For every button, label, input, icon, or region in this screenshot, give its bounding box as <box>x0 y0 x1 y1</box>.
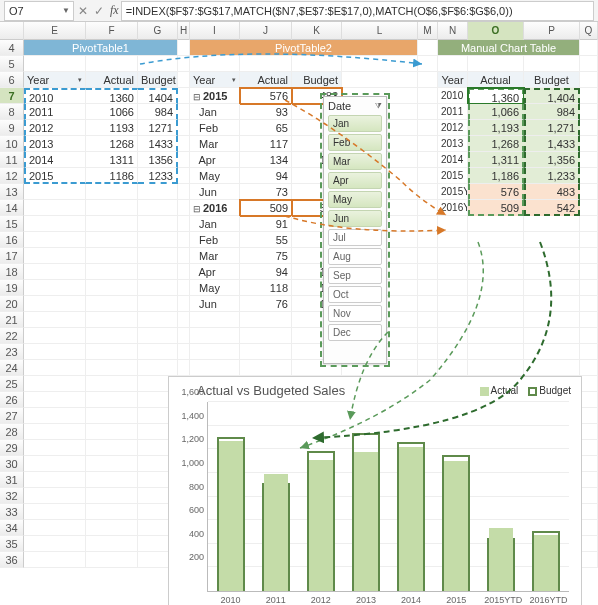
cell[interactable]: 2010 <box>438 88 468 104</box>
cell[interactable] <box>138 312 178 328</box>
slicer-item[interactable]: Feb <box>328 134 382 151</box>
cell[interactable]: 1,433 <box>524 136 580 152</box>
row-header[interactable]: 22 <box>0 328 24 344</box>
cell[interactable] <box>86 456 138 472</box>
cell[interactable] <box>86 328 138 344</box>
col-header[interactable] <box>0 22 24 40</box>
cell[interactable] <box>178 280 190 296</box>
slicer-item[interactable]: Apr <box>328 172 382 189</box>
cell[interactable]: ⊟2015 <box>190 88 240 104</box>
cell[interactable] <box>138 344 178 360</box>
col-header[interactable]: H <box>178 22 190 40</box>
cell[interactable] <box>580 232 598 248</box>
cell[interactable] <box>438 248 468 264</box>
cell[interactable] <box>86 408 138 424</box>
cell[interactable]: 94 <box>240 168 292 184</box>
cell[interactable]: 2015 <box>24 168 86 184</box>
slicer-filter-icon[interactable]: ⧩ <box>375 101 382 111</box>
cell[interactable] <box>438 328 468 344</box>
cell[interactable] <box>580 328 598 344</box>
row-header[interactable]: 25 <box>0 376 24 392</box>
cell[interactable]: 93 <box>240 104 292 120</box>
cell[interactable] <box>524 296 580 312</box>
cell[interactable] <box>580 120 598 136</box>
cell[interactable] <box>138 296 178 312</box>
slicer-item[interactable]: Jun <box>328 210 382 227</box>
cell[interactable]: 509 <box>468 200 524 216</box>
row-header[interactable]: 7 <box>0 88 24 104</box>
cell[interactable]: 94 <box>240 264 292 280</box>
cell[interactable] <box>524 312 580 328</box>
cell[interactable] <box>86 536 138 552</box>
cell[interactable] <box>24 472 86 488</box>
cell[interactable] <box>292 56 342 72</box>
cell[interactable] <box>418 120 438 136</box>
cell[interactable] <box>86 344 138 360</box>
cell[interactable] <box>438 280 468 296</box>
cell[interactable] <box>580 200 598 216</box>
cell[interactable]: 1186 <box>86 168 138 184</box>
row-header[interactable]: 23 <box>0 344 24 360</box>
cell[interactable] <box>580 264 598 280</box>
cell[interactable]: 2012 <box>438 120 468 136</box>
cell[interactable] <box>86 504 138 520</box>
cell[interactable] <box>580 104 598 120</box>
cell[interactable] <box>86 552 138 568</box>
cell[interactable] <box>438 56 468 72</box>
cell[interactable] <box>178 56 190 72</box>
cell[interactable] <box>24 184 86 200</box>
cell[interactable]: 1193 <box>86 120 138 136</box>
row-header[interactable]: 13 <box>0 184 24 200</box>
cell[interactable] <box>138 248 178 264</box>
slicer-item[interactable]: Jul <box>328 229 382 246</box>
cell[interactable] <box>86 56 138 72</box>
cell[interactable]: 1,193 <box>468 120 524 136</box>
cell[interactable] <box>178 312 190 328</box>
cell[interactable] <box>524 264 580 280</box>
cell[interactable]: 55 <box>240 232 292 248</box>
cell[interactable]: Feb <box>190 232 240 248</box>
cell[interactable] <box>86 520 138 536</box>
col-header[interactable]: M <box>418 22 438 40</box>
cell[interactable] <box>418 296 438 312</box>
cell[interactable]: 2015YTD <box>438 184 468 200</box>
row-header[interactable]: 14 <box>0 200 24 216</box>
cell[interactable]: 73 <box>240 184 292 200</box>
pt1-budget-header[interactable]: Budget <box>138 72 178 88</box>
fx-icon[interactable]: fx <box>110 3 119 18</box>
cell[interactable]: Mar <box>190 248 240 264</box>
col-header[interactable]: L <box>342 22 418 40</box>
cell[interactable] <box>24 232 86 248</box>
cell[interactable]: 1,311 <box>468 152 524 168</box>
cell[interactable] <box>24 440 86 456</box>
cell[interactable]: Jun <box>190 296 240 312</box>
cell[interactable] <box>178 40 190 56</box>
cell[interactable]: 542 <box>524 200 580 216</box>
column-headers[interactable]: EFGHIJKLMNOPQ <box>0 22 598 40</box>
cell[interactable]: 1233 <box>138 168 178 184</box>
cell[interactable]: 2016YTD <box>438 200 468 216</box>
cell[interactable] <box>580 424 598 440</box>
cell[interactable] <box>178 168 190 184</box>
chart-actual-bar[interactable] <box>354 452 378 591</box>
cell[interactable]: 1,268 <box>468 136 524 152</box>
pt2-year-header[interactable]: Year▾ <box>190 72 240 88</box>
cell[interactable]: 576 <box>240 88 292 104</box>
cell[interactable] <box>438 296 468 312</box>
cell[interactable] <box>240 360 292 376</box>
cell[interactable] <box>418 88 438 104</box>
cell[interactable] <box>138 264 178 280</box>
cell[interactable] <box>240 312 292 328</box>
mc-actual-header[interactable]: Actual <box>468 72 524 88</box>
cell[interactable] <box>178 328 190 344</box>
cell[interactable] <box>524 280 580 296</box>
cell[interactable] <box>86 392 138 408</box>
cell[interactable] <box>178 152 190 168</box>
row-header[interactable]: 26 <box>0 392 24 408</box>
row-header[interactable]: 36 <box>0 552 24 568</box>
cell[interactable] <box>580 152 598 168</box>
accept-icon[interactable]: ✓ <box>94 4 104 18</box>
slicer-item[interactable]: Jan <box>328 115 382 132</box>
cell[interactable] <box>580 88 598 104</box>
cell[interactable]: 2013 <box>438 136 468 152</box>
